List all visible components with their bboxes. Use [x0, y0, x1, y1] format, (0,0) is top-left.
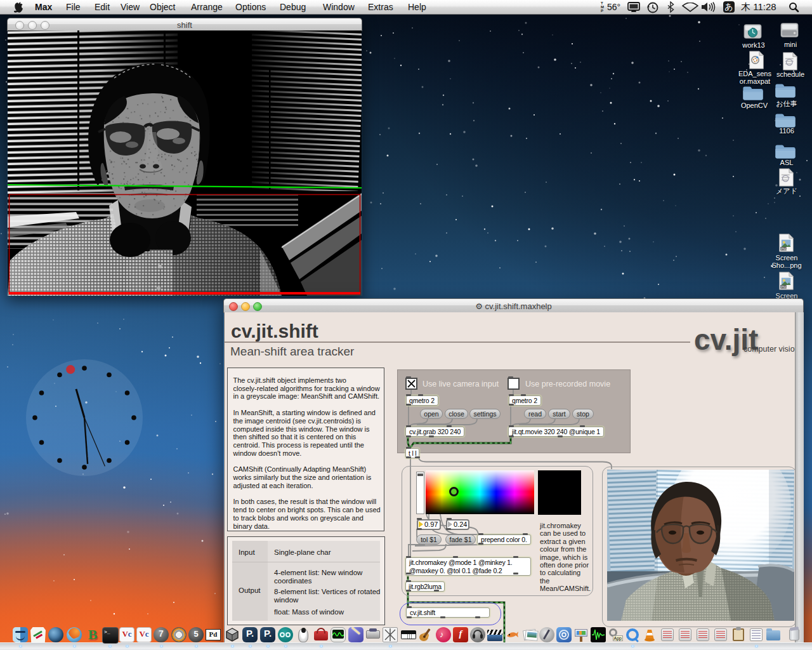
svg-text:PNG: PNG — [781, 286, 788, 289]
svg-text:PNG: PNG — [781, 248, 788, 251]
